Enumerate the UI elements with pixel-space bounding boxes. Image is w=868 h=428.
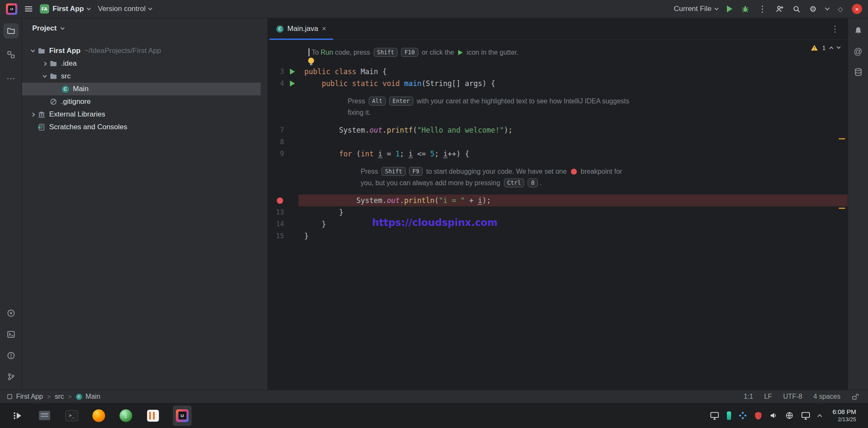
indent-setting[interactable]: 4 spaces bbox=[813, 393, 840, 400]
run-configuration-widget[interactable]: Current File bbox=[674, 5, 718, 13]
intention-bulb-icon[interactable] bbox=[308, 58, 314, 64]
breadcrumb-project[interactable]: First App bbox=[16, 393, 43, 400]
tree-chevron-icon[interactable] bbox=[40, 62, 49, 65]
line-number[interactable]: 9 bbox=[268, 148, 287, 160]
tip-line[interactable]: Press AltEnter with your caret at the hi… bbox=[268, 95, 848, 107]
tip-line[interactable]: you, but you can always add more by pres… bbox=[268, 177, 848, 189]
code-line[interactable]: 4 public static void main(String[] args)… bbox=[268, 78, 848, 89]
indicator-icon[interactable] bbox=[727, 411, 731, 420]
code-line[interactable]: 3public class Main { bbox=[268, 66, 848, 78]
line-ending[interactable]: LF bbox=[764, 393, 772, 400]
breadcrumb-file[interactable]: Main bbox=[86, 393, 100, 400]
run-button[interactable] bbox=[727, 6, 732, 12]
tree-chevron-icon[interactable] bbox=[28, 113, 37, 116]
tip-text[interactable]: To Run code, press ShiftF10 or click the… bbox=[298, 47, 848, 58]
tab-main-java[interactable]: C Main.java × bbox=[270, 18, 333, 40]
project-tool-button[interactable] bbox=[3, 23, 19, 39]
file-encoding[interactable]: UTF-8 bbox=[783, 393, 802, 400]
line-number[interactable] bbox=[268, 47, 287, 58]
code-text[interactable]: public static void main(String[] args) { bbox=[298, 78, 848, 89]
line-number[interactable] bbox=[268, 166, 287, 177]
unlock-icon[interactable] bbox=[851, 393, 859, 400]
line-number[interactable] bbox=[268, 177, 287, 189]
code-line[interactable]: 8 bbox=[268, 136, 848, 148]
code-text[interactable]: public class Main { bbox=[298, 66, 848, 78]
code-line[interactable]: 14 } bbox=[268, 218, 848, 230]
tip-text[interactable]: Press AltEnter with your caret at the hi… bbox=[298, 95, 848, 107]
code-line[interactable]: 9 for (int i = 1; i <= 5; i++) { bbox=[268, 148, 848, 160]
hide-toolbar-button[interactable] bbox=[826, 8, 829, 10]
chevron-up-icon[interactable] bbox=[829, 47, 834, 51]
sync-icon[interactable] bbox=[739, 411, 747, 420]
notifications-button[interactable] bbox=[851, 23, 866, 38]
line-number[interactable]: 4 bbox=[268, 78, 287, 89]
tree-item-external-libraries[interactable]: External Libraries bbox=[22, 108, 267, 121]
code-text[interactable]: System.out.println("i = " + i); bbox=[298, 195, 848, 206]
tree-chevron-icon[interactable] bbox=[40, 76, 49, 77]
tree-item-scratches-and-consoles[interactable]: Scratches and Consoles bbox=[22, 121, 267, 133]
run-gutter-icon[interactable] bbox=[290, 69, 295, 75]
tree-item-main[interactable]: CMain bbox=[22, 83, 261, 95]
code-text[interactable]: for (int i = 1; i <= 5; i++) { bbox=[298, 148, 848, 160]
tree-item-idea[interactable]: .idea bbox=[22, 57, 267, 70]
project-panel-header[interactable]: Project bbox=[22, 18, 267, 39]
line-number[interactable] bbox=[268, 195, 287, 206]
shield-icon[interactable] bbox=[754, 411, 762, 420]
more-actions-button[interactable]: ⋮ bbox=[758, 4, 767, 14]
line-number[interactable]: 14 bbox=[268, 218, 287, 230]
caret-position[interactable]: 1:1 bbox=[744, 393, 753, 400]
tree-item-src[interactable]: src bbox=[22, 70, 267, 83]
tree-item-first-app[interactable]: First App~/IdeaProjects/First App bbox=[22, 44, 267, 57]
code-line[interactable]: System.out.println("i = " + i); bbox=[268, 195, 848, 206]
inspections-widget[interactable]: 1 bbox=[811, 44, 840, 51]
tip-line[interactable]: To Run code, press ShiftF10 or click the… bbox=[268, 47, 848, 58]
tip-text[interactable]: fixing it. bbox=[298, 107, 848, 118]
line-number[interactable]: 8 bbox=[268, 136, 287, 148]
volume-icon[interactable] bbox=[770, 411, 778, 420]
tip-line[interactable]: fixing it. bbox=[268, 107, 848, 118]
line-number[interactable]: 13 bbox=[268, 206, 287, 218]
code-line[interactable]: 15} bbox=[268, 230, 848, 242]
software-center-button[interactable] bbox=[146, 409, 160, 423]
terminal-app-button[interactable]: >_ bbox=[64, 409, 79, 423]
file-manager-button[interactable] bbox=[37, 409, 52, 423]
firefox-button[interactable] bbox=[92, 409, 106, 423]
tree-chevron-icon[interactable] bbox=[28, 50, 37, 52]
intellij-taskbar-button[interactable]: IJ bbox=[173, 406, 192, 426]
updater-button[interactable]: ↓ bbox=[119, 409, 133, 423]
tip-text[interactable]: you, but you can always add more by pres… bbox=[298, 177, 848, 189]
line-number[interactable]: 3 bbox=[268, 66, 287, 78]
search-everywhere-button[interactable] bbox=[793, 5, 801, 13]
tip-text[interactable]: Press ShiftF9 to start debugging your co… bbox=[298, 166, 848, 177]
line-number[interactable]: 15 bbox=[268, 230, 287, 242]
main-menu-button[interactable] bbox=[25, 8, 32, 9]
problems-tool-button[interactable] bbox=[3, 348, 19, 363]
window-shade-icon[interactable]: ◇ bbox=[838, 5, 843, 13]
display-icon[interactable] bbox=[710, 411, 719, 420]
scrollbar-warning-mark[interactable] bbox=[839, 138, 845, 139]
scrollbar-warning-mark[interactable] bbox=[839, 208, 845, 209]
more-tool-windows-button[interactable]: ⋯ bbox=[3, 71, 19, 86]
project-widget[interactable]: FA First App bbox=[40, 4, 90, 14]
tray-expand-icon[interactable] bbox=[817, 414, 822, 419]
code-text[interactable] bbox=[298, 136, 848, 148]
network-globe-icon[interactable] bbox=[785, 411, 793, 420]
breadcrumb-src[interactable]: src bbox=[55, 393, 64, 400]
settings-button[interactable]: ⚙ bbox=[810, 4, 817, 14]
code-with-me-button[interactable] bbox=[776, 5, 784, 13]
code-text[interactable]: } bbox=[298, 230, 848, 242]
version-control-tool-button[interactable] bbox=[3, 369, 19, 384]
debug-button[interactable] bbox=[741, 5, 749, 13]
tip-line[interactable]: Press ShiftF9 to start debugging your co… bbox=[268, 166, 848, 177]
tab-close-icon[interactable]: × bbox=[322, 25, 326, 33]
ai-assistant-button[interactable]: @ bbox=[851, 44, 866, 59]
code-line[interactable]: 7 System.out.printf("Hello and welcome!"… bbox=[268, 124, 848, 136]
terminal-tool-button[interactable] bbox=[3, 327, 19, 342]
run-tool-button[interactable] bbox=[3, 306, 19, 321]
code-line[interactable]: 13 } bbox=[268, 206, 848, 218]
tree-item-gitignore[interactable]: .gitignore bbox=[22, 95, 267, 108]
clock[interactable]: 6:08 PM 2/13/25 bbox=[832, 408, 856, 423]
line-number[interactable] bbox=[268, 95, 287, 107]
code-text[interactable]: } bbox=[298, 206, 848, 218]
chevron-down-icon[interactable] bbox=[837, 45, 841, 49]
